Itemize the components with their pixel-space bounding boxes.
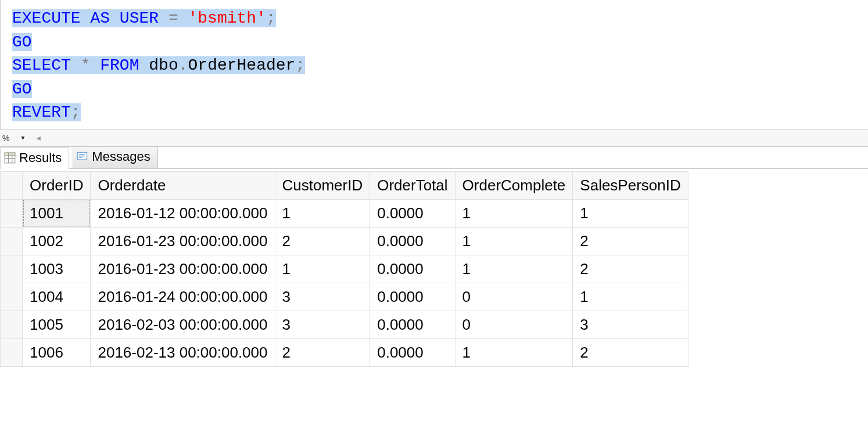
table-row[interactable]: 10032016-01-23 00:00:00.00010.000012 (1, 255, 688, 283)
code-token: EXECUTE (12, 9, 81, 27)
code-token: AS (90, 9, 110, 27)
row-number-cell[interactable] (1, 338, 23, 366)
table-cell[interactable]: 0 (455, 283, 573, 311)
results-pane: OrderIDOrderdateCustomerIDOrderTotalOrde… (0, 169, 868, 367)
code-token: SELECT (12, 56, 71, 74)
code-token (90, 56, 100, 74)
code-line: EXECUTE AS USER = 'bsmith'; (12, 7, 868, 31)
table-cell[interactable]: 1 (573, 283, 688, 311)
results-tabs: Results Messages (0, 147, 868, 169)
code-token: 'bsmith' (188, 9, 266, 27)
code-token: REVERT (12, 103, 71, 121)
code-token: ; (295, 56, 305, 74)
row-number-header (1, 171, 23, 199)
column-header[interactable]: OrderID (23, 171, 91, 199)
table-cell[interactable]: 1 (275, 255, 370, 283)
table-cell[interactable]: 0 (455, 311, 573, 338)
table-row[interactable]: 10062016-02-13 00:00:00.00020.000012 (1, 338, 688, 366)
tab-results[interactable]: Results (0, 147, 69, 169)
table-cell[interactable]: 0.0000 (370, 255, 455, 283)
table-row[interactable]: 10052016-02-03 00:00:00.00030.000003 (1, 311, 688, 338)
table-cell[interactable]: 1 (573, 199, 688, 227)
results-table[interactable]: OrderIDOrderdateCustomerIDOrderTotalOrde… (0, 171, 688, 367)
sql-editor[interactable]: EXECUTE AS USER = 'bsmith';GOSELECT * FR… (0, 0, 868, 129)
table-cell[interactable]: 2016-02-03 00:00:00.000 (91, 311, 275, 338)
code-token: GO (12, 33, 32, 51)
table-row[interactable]: 10012016-01-12 00:00:00.00010.000011 (1, 199, 688, 227)
code-token: . (178, 56, 188, 74)
table-cell[interactable]: 2016-02-13 00:00:00.000 (91, 338, 275, 366)
table-cell[interactable]: 0.0000 (370, 199, 455, 227)
table-cell[interactable]: 1 (455, 227, 573, 255)
code-token (178, 9, 188, 27)
table-cell[interactable]: 2 (275, 227, 370, 255)
column-header[interactable]: CustomerID (275, 171, 370, 199)
table-cell[interactable]: 1001 (23, 199, 91, 227)
table-cell[interactable]: 1002 (23, 227, 91, 255)
code-line: GO (12, 31, 868, 55)
table-cell[interactable]: 3 (275, 283, 370, 311)
tab-results-label: Results (19, 150, 62, 165)
code-token: GO (12, 80, 32, 98)
table-cell[interactable]: 0.0000 (370, 227, 455, 255)
table-cell[interactable]: 3 (573, 311, 688, 338)
table-cell[interactable]: 3 (275, 311, 370, 338)
dropdown-arrow-icon[interactable]: ▼ (20, 135, 26, 141)
svg-rect-1 (5, 153, 15, 156)
table-cell[interactable]: 1006 (23, 338, 91, 366)
table-cell[interactable]: 2 (573, 227, 688, 255)
table-cell[interactable]: 1 (275, 199, 370, 227)
table-cell[interactable]: 1 (455, 255, 573, 283)
code-token: dbo (149, 56, 178, 74)
code-token (139, 56, 149, 74)
code-token (81, 9, 91, 27)
table-cell[interactable]: 2 (573, 338, 688, 366)
row-number-cell[interactable] (1, 283, 23, 311)
code-token: FROM (100, 56, 139, 74)
tab-messages[interactable]: Messages (73, 146, 157, 168)
scroll-left-icon[interactable]: ◄ (35, 134, 42, 142)
table-cell[interactable]: 1005 (23, 311, 91, 338)
code-token: ; (71, 103, 81, 121)
table-cell[interactable]: 2016-01-23 00:00:00.000 (91, 255, 275, 283)
editor-footer-strip: % ▼ ◄ (0, 129, 868, 147)
column-header[interactable]: OrderComplete (455, 171, 573, 199)
code-token (159, 9, 168, 27)
table-cell[interactable]: 0.0000 (370, 338, 455, 366)
table-cell[interactable]: 0.0000 (370, 283, 455, 311)
table-cell[interactable]: 1 (455, 338, 573, 366)
table-cell[interactable]: 2 (275, 338, 370, 366)
code-token: = (168, 9, 178, 27)
table-cell[interactable]: 2016-01-24 00:00:00.000 (91, 283, 275, 311)
row-number-cell[interactable] (1, 255, 23, 283)
tab-messages-label: Messages (92, 149, 150, 164)
table-row[interactable]: 10022016-01-23 00:00:00.00020.000012 (1, 227, 688, 255)
table-row[interactable]: 10042016-01-24 00:00:00.00030.000001 (1, 283, 688, 311)
code-token: USER (120, 9, 159, 27)
code-token: ; (266, 9, 276, 27)
row-number-cell[interactable] (1, 227, 23, 255)
code-token (71, 56, 81, 74)
table-cell[interactable]: 0.0000 (370, 311, 455, 338)
code-token (110, 9, 120, 27)
row-number-cell[interactable] (1, 199, 23, 227)
code-token: * (81, 56, 91, 74)
table-cell[interactable]: 2016-01-23 00:00:00.000 (91, 227, 275, 255)
code-line: REVERT; (12, 101, 868, 125)
code-token: OrderHeader (188, 56, 296, 74)
column-header[interactable]: SalesPersonID (573, 171, 688, 199)
code-line: GO (12, 78, 868, 102)
zoom-indicator: % (1, 134, 9, 143)
messages-icon (77, 151, 88, 163)
table-cell[interactable]: 1003 (23, 255, 91, 283)
results-grid-icon (4, 152, 16, 164)
row-number-cell[interactable] (1, 311, 23, 338)
table-cell[interactable]: 1004 (23, 283, 91, 311)
code-line: SELECT * FROM dbo.OrderHeader; (12, 54, 868, 78)
table-cell[interactable]: 2 (573, 255, 688, 283)
column-header[interactable]: OrderTotal (370, 171, 455, 199)
table-cell[interactable]: 2016-01-12 00:00:00.000 (91, 199, 275, 227)
column-header[interactable]: Orderdate (91, 171, 275, 199)
table-cell[interactable]: 1 (455, 199, 573, 227)
